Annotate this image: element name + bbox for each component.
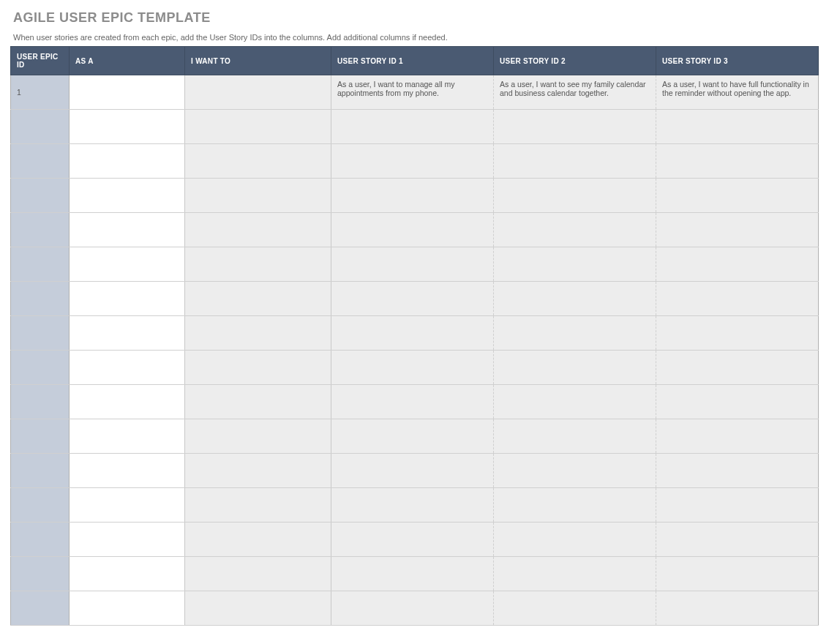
cell-user-story-2[interactable] (494, 351, 656, 385)
cell-as-a[interactable] (70, 419, 185, 454)
cell-as-a[interactable] (70, 213, 185, 247)
cell-user-story-3[interactable] (656, 110, 819, 144)
cell-user-story-2[interactable] (494, 316, 656, 351)
cell-user-epic-id[interactable] (11, 351, 70, 385)
cell-user-story-1[interactable] (331, 591, 494, 626)
cell-user-epic-id[interactable] (11, 282, 70, 316)
cell-user-story-3[interactable] (656, 488, 819, 523)
cell-user-story-2[interactable] (494, 523, 656, 557)
cell-user-story-1[interactable] (331, 351, 494, 385)
cell-user-story-1[interactable] (331, 213, 494, 247)
cell-as-a[interactable] (70, 385, 185, 419)
cell-i-want-to[interactable] (185, 213, 331, 247)
cell-user-story-1[interactable] (331, 179, 494, 213)
cell-as-a[interactable] (70, 75, 185, 110)
cell-user-epic-id[interactable]: 1 (11, 75, 70, 110)
cell-user-story-1[interactable] (331, 247, 494, 282)
cell-user-story-1[interactable] (331, 110, 494, 144)
cell-i-want-to[interactable] (185, 557, 331, 591)
cell-i-want-to[interactable] (185, 316, 331, 351)
cell-user-story-1[interactable] (331, 316, 494, 351)
cell-user-story-3[interactable] (656, 213, 819, 247)
cell-user-epic-id[interactable] (11, 316, 70, 351)
cell-user-story-2[interactable] (494, 213, 656, 247)
cell-as-a[interactable] (70, 110, 185, 144)
cell-user-story-1[interactable] (331, 144, 494, 179)
cell-i-want-to[interactable] (185, 75, 331, 110)
cell-i-want-to[interactable] (185, 454, 331, 488)
cell-user-story-2[interactable] (494, 557, 656, 591)
cell-i-want-to[interactable] (185, 591, 331, 626)
cell-user-story-3[interactable] (656, 454, 819, 488)
cell-user-epic-id[interactable] (11, 454, 70, 488)
cell-as-a[interactable] (70, 247, 185, 282)
cell-user-story-3[interactable] (656, 316, 819, 351)
cell-user-epic-id[interactable] (11, 385, 70, 419)
cell-user-story-1[interactable] (331, 488, 494, 523)
cell-user-story-1[interactable] (331, 385, 494, 419)
cell-user-epic-id[interactable] (11, 557, 70, 591)
cell-as-a[interactable] (70, 523, 185, 557)
cell-user-story-2[interactable] (494, 282, 656, 316)
cell-user-story-2[interactable] (494, 179, 656, 213)
cell-i-want-to[interactable] (185, 385, 331, 419)
cell-user-story-2[interactable] (494, 454, 656, 488)
cell-as-a[interactable] (70, 179, 185, 213)
cell-as-a[interactable] (70, 591, 185, 626)
cell-user-epic-id[interactable] (11, 591, 70, 626)
cell-user-story-2[interactable] (494, 385, 656, 419)
page-title: AGILE USER EPIC TEMPLATE (13, 10, 819, 26)
cell-user-story-3[interactable] (656, 351, 819, 385)
cell-user-story-2[interactable] (494, 419, 656, 454)
cell-user-story-3[interactable]: As a user, I want to have full functiona… (656, 75, 819, 110)
cell-user-story-2[interactable] (494, 110, 656, 144)
cell-user-story-3[interactable] (656, 179, 819, 213)
cell-user-story-2[interactable]: As a user, I want to see my family calen… (494, 75, 656, 110)
cell-as-a[interactable] (70, 557, 185, 591)
cell-i-want-to[interactable] (185, 144, 331, 179)
cell-user-story-3[interactable] (656, 144, 819, 179)
cell-as-a[interactable] (70, 351, 185, 385)
cell-user-epic-id[interactable] (11, 110, 70, 144)
cell-user-story-3[interactable] (656, 523, 819, 557)
table-row (11, 419, 819, 454)
cell-user-story-1[interactable] (331, 282, 494, 316)
table-row (11, 282, 819, 316)
cell-user-story-3[interactable] (656, 419, 819, 454)
cell-as-a[interactable] (70, 282, 185, 316)
cell-user-story-1[interactable] (331, 523, 494, 557)
cell-user-story-2[interactable] (494, 144, 656, 179)
cell-user-story-1[interactable] (331, 454, 494, 488)
cell-user-epic-id[interactable] (11, 488, 70, 523)
cell-user-epic-id[interactable] (11, 213, 70, 247)
cell-user-epic-id[interactable] (11, 144, 70, 179)
cell-user-story-2[interactable] (494, 488, 656, 523)
cell-user-story-3[interactable] (656, 385, 819, 419)
cell-i-want-to[interactable] (185, 488, 331, 523)
cell-user-epic-id[interactable] (11, 247, 70, 282)
cell-user-story-1[interactable] (331, 557, 494, 591)
cell-user-story-3[interactable] (656, 591, 819, 626)
cell-user-story-3[interactable] (656, 282, 819, 316)
cell-user-story-1[interactable] (331, 419, 494, 454)
cell-i-want-to[interactable] (185, 282, 331, 316)
cell-user-story-1[interactable]: As a user, I want to manage all my appoi… (331, 75, 494, 110)
cell-i-want-to[interactable] (185, 110, 331, 144)
cell-i-want-to[interactable] (185, 419, 331, 454)
table-row (11, 247, 819, 282)
cell-user-story-3[interactable] (656, 557, 819, 591)
cell-i-want-to[interactable] (185, 179, 331, 213)
cell-i-want-to[interactable] (185, 247, 331, 282)
cell-i-want-to[interactable] (185, 351, 331, 385)
cell-as-a[interactable] (70, 454, 185, 488)
cell-as-a[interactable] (70, 488, 185, 523)
cell-user-epic-id[interactable] (11, 523, 70, 557)
cell-user-story-3[interactable] (656, 247, 819, 282)
cell-i-want-to[interactable] (185, 523, 331, 557)
cell-user-story-2[interactable] (494, 591, 656, 626)
cell-as-a[interactable] (70, 316, 185, 351)
cell-user-epic-id[interactable] (11, 179, 70, 213)
cell-user-story-2[interactable] (494, 247, 656, 282)
cell-user-epic-id[interactable] (11, 419, 70, 454)
cell-as-a[interactable] (70, 144, 185, 179)
